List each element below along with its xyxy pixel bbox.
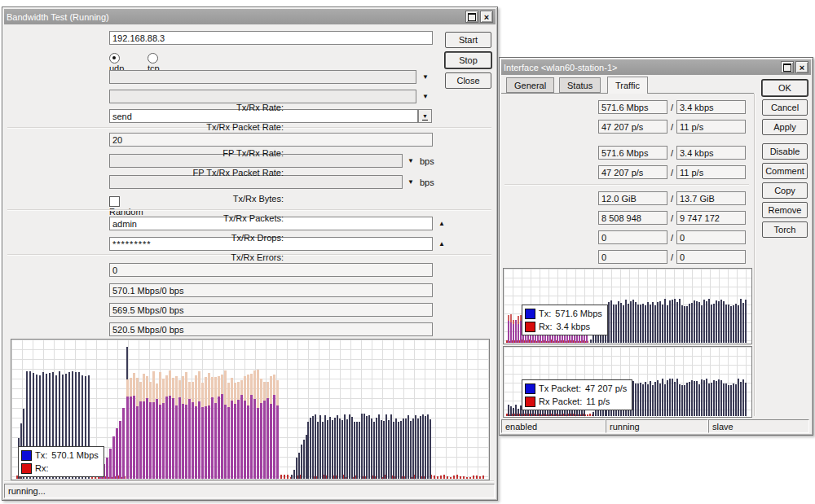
apply-button[interactable]: Apply: [762, 119, 808, 135]
txrx-rate-tx: 571.6 Mbps: [598, 100, 667, 114]
status-bar: running...: [4, 484, 495, 498]
txrx-bytes-rx: 13.7 GiB: [676, 191, 746, 205]
divider: [7, 209, 491, 211]
checkbox-icon: [109, 196, 120, 207]
txrx-current-value: 570.1 Mbps/0 bps: [109, 283, 433, 297]
lost-packets-value: 0: [109, 263, 433, 277]
fp-txrx-packet-rate-label: FP Tx/Rx Packet Rate:: [193, 168, 284, 177]
close-button[interactable]: ×: [795, 61, 808, 73]
maximize-icon: [468, 13, 476, 21]
chevron-down-icon[interactable]: ▼: [408, 178, 414, 186]
dropdown-button[interactable]: ▼: [418, 109, 432, 123]
local-udp-tx-size-input[interactable]: [109, 70, 416, 84]
chart-legend: Tx:570.1 Mbps Rx:: [18, 446, 104, 477]
remote-tx-speed-unit: bps: [420, 177, 434, 187]
txrx-rate-label: Tx/Rx Rate:: [236, 103, 284, 112]
chart-legend: Tx:571.6 Mbps Rx:3.4 kbps: [522, 305, 608, 335]
rx-legend-swatch: [21, 463, 32, 474]
flag-running: running: [606, 419, 708, 433]
window-title: Interface <wlan60-station-1>: [504, 63, 779, 72]
chevron-down-icon[interactable]: ▼: [422, 73, 429, 81]
fp-txrx-rate-rx: 3.4 kbps: [676, 146, 746, 160]
flag-slave: slave: [708, 419, 809, 433]
txrx-errors-tx: 0: [598, 250, 667, 264]
disable-button[interactable]: Disable: [762, 143, 808, 160]
close-action-button[interactable]: Close: [445, 72, 491, 89]
flag-enabled: enabled: [501, 419, 606, 433]
txrx-rate-rx: 3.4 kbps: [676, 100, 746, 114]
tcp-connection-count-input: 20: [109, 133, 433, 147]
divider: [4, 480, 494, 482]
txrx-bytes-tx: 12.0 GiB: [598, 191, 667, 205]
interface-packet-chart: Tx Packet:47 207 p/s Rx Packet:11 p/s: [503, 346, 752, 418]
chart-legend: Tx Packet:47 207 p/s Rx Packet:11 p/s: [522, 379, 632, 410]
txrx-bytes-label: Tx/Rx Bytes:: [233, 194, 284, 204]
copy-button[interactable]: Copy: [762, 182, 808, 199]
interface-rate-chart: Tx:571.6 Mbps Rx:3.4 kbps: [503, 268, 752, 344]
divider: [504, 184, 749, 186]
maximize-button[interactable]: [781, 61, 794, 73]
chevron-down-icon[interactable]: ▼: [422, 93, 429, 100]
radio-icon: [148, 53, 158, 64]
tx-legend-swatch: [525, 309, 535, 319]
tab-traffic[interactable]: Traffic: [607, 77, 648, 94]
stop-button[interactable]: Stop: [445, 52, 491, 68]
comment-button[interactable]: Comment: [762, 163, 808, 179]
interface-window: Interface <wlan60-station-1> × General S…: [499, 57, 813, 436]
tab-status[interactable]: Status: [559, 77, 601, 93]
txrx-packet-rate-label: Tx/Rx Packet Rate:: [206, 122, 284, 132]
txrx-10s-average-value: 569.5 Mbps/0 bps: [109, 303, 433, 317]
start-button[interactable]: Start: [445, 32, 491, 48]
interface-titlebar[interactable]: Interface <wlan60-station-1> ×: [501, 59, 811, 75]
maximize-button[interactable]: [465, 11, 478, 23]
txrx-errors-label: Tx/Rx Errors:: [231, 252, 284, 262]
tx-legend-swatch: [525, 383, 535, 394]
txrx-packets-label: Tx/Rx Packets:: [223, 213, 284, 223]
txrx-packet-rate-rx: 11 p/s: [676, 120, 746, 134]
close-button[interactable]: ×: [480, 11, 493, 23]
fp-txrx-rate-label: FP Tx/Rx Rate:: [222, 148, 284, 158]
bandwidth-rate-chart: Tx:570.1 Mbps Rx:: [11, 339, 490, 480]
chevron-up-icon[interactable]: ▲: [438, 220, 445, 227]
chevron-down-icon[interactable]: ▼: [408, 157, 414, 164]
maximize-icon: [783, 64, 791, 72]
tx-legend-swatch: [21, 450, 32, 461]
window-title: Bandwidth Test (Running): [7, 12, 464, 22]
cancel-button[interactable]: Cancel: [762, 99, 808, 116]
txrx-drops-tx: 0: [598, 230, 667, 244]
fp-txrx-packet-rate-tx: 47 207 p/s: [598, 165, 667, 179]
dropdown-bar-icon: [422, 120, 428, 121]
ok-button[interactable]: OK: [762, 80, 808, 96]
close-icon: ×: [484, 12, 489, 22]
remove-button[interactable]: Remove: [762, 202, 808, 218]
tab-general[interactable]: General: [506, 77, 554, 93]
test-to-input[interactable]: 192.168.88.3: [109, 31, 433, 45]
bandwidth-test-titlebar[interactable]: Bandwidth Test (Running) ×: [4, 9, 496, 24]
chevron-up-icon[interactable]: ▲: [438, 240, 445, 248]
txrx-packets-tx: 8 508 948: [598, 211, 667, 225]
divider: [754, 94, 756, 416]
txrx-total-average-value: 520.5 Mbps/0 bps: [109, 322, 433, 336]
torch-button[interactable]: Torch: [762, 221, 808, 238]
txrx-packet-rate-tx: 47 207 p/s: [598, 120, 667, 134]
remote-udp-tx-size-input[interactable]: [109, 90, 416, 103]
txrx-packets-rx: 9 747 172: [676, 211, 746, 225]
local-tx-speed-unit: bps: [420, 156, 434, 166]
chevron-down-icon: ▼: [422, 114, 428, 119]
txrx-drops-rx: 0: [676, 230, 746, 244]
fp-txrx-rate-tx: 571.6 Mbps: [598, 146, 667, 160]
fp-txrx-packet-rate-rx: 11 p/s: [676, 165, 746, 179]
txrx-errors-rx: 0: [676, 250, 746, 264]
radio-icon: [109, 53, 120, 64]
close-icon: ×: [800, 63, 804, 72]
rx-legend-swatch: [525, 322, 535, 332]
rx-legend-swatch: [525, 397, 535, 407]
txrx-drops-label: Tx/Rx Drops:: [231, 233, 284, 243]
